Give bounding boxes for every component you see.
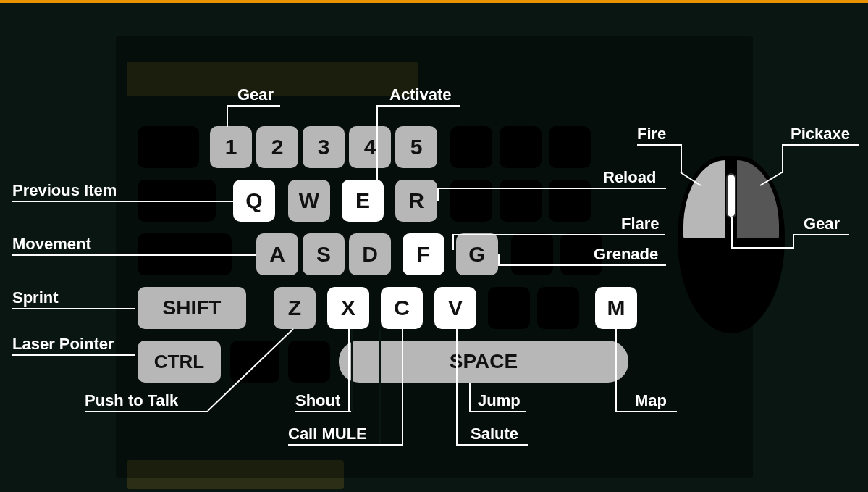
key-2: 2 — [256, 126, 298, 168]
label-push-to-talk: Push to Talk — [85, 391, 178, 410]
key-blank — [500, 180, 542, 222]
label-shout: Shout — [295, 391, 340, 410]
callout-line — [295, 411, 348, 412]
key-label: 5 — [410, 135, 423, 159]
label-laser-pointer: Laser Pointer — [12, 335, 114, 354]
callout-line — [782, 144, 783, 173]
label-reload: Reload — [603, 168, 656, 187]
key-label: 4 — [364, 135, 376, 159]
callout-line — [760, 172, 783, 187]
key-blank — [511, 233, 553, 275]
key-m: M — [595, 287, 637, 329]
key-v: V — [434, 287, 476, 329]
key-label: E — [355, 188, 370, 213]
key-blank — [450, 180, 492, 222]
callout-line — [637, 144, 681, 146]
key-1: 1 — [210, 126, 252, 168]
label-call-mule: Call MULE — [288, 425, 367, 443]
key-label: V — [448, 296, 463, 320]
key-blank — [549, 180, 591, 222]
key-label: D — [362, 242, 378, 267]
key-g: G — [456, 233, 498, 275]
callout-line — [681, 172, 702, 187]
key-s: S — [303, 233, 345, 275]
callout-line — [12, 254, 256, 256]
key-blank — [138, 126, 199, 168]
svg-line-1 — [681, 172, 701, 185]
top-accent-bar — [0, 0, 868, 3]
key-blank — [450, 126, 492, 168]
callout-line — [731, 247, 794, 249]
label-pickaxe: Pickaxe — [791, 125, 850, 143]
callout-line — [288, 444, 402, 446]
key-e: E — [342, 180, 384, 222]
label-flare: Flare — [621, 214, 660, 233]
label-salute: Salute — [471, 425, 518, 443]
cover — [379, 329, 381, 446]
key-4: 4 — [349, 126, 391, 168]
callout-line — [681, 144, 682, 173]
label-previous-item: Previous Item — [12, 181, 117, 200]
callout-line — [452, 234, 454, 250]
callout-line — [469, 383, 471, 412]
key-label: Q — [245, 188, 262, 213]
mouse-scroll-wheel — [726, 173, 736, 218]
key-label: G — [468, 242, 485, 267]
label-gear: Gear — [237, 86, 274, 104]
key-label: A — [269, 242, 285, 267]
callout-line — [615, 411, 677, 412]
key-r: R — [395, 180, 437, 222]
label-activate: Activate — [389, 86, 452, 104]
callout-line — [437, 188, 666, 189]
key-5: 5 — [395, 126, 437, 168]
callout-line — [227, 105, 228, 127]
label-sprint: Sprint — [12, 288, 59, 307]
callout-line — [348, 329, 350, 412]
key-label: 2 — [271, 135, 284, 159]
label-jump: Jump — [478, 391, 521, 410]
key-space: SPACE — [339, 341, 628, 383]
key-z: Z — [274, 287, 316, 329]
key-shift: SHIFT — [138, 287, 246, 329]
label-map: Map — [635, 391, 667, 410]
callout-line — [376, 105, 378, 180]
callout-line — [456, 444, 528, 446]
callout-line — [469, 411, 526, 412]
key-3: 3 — [303, 126, 345, 168]
key-label: SHIFT — [163, 296, 222, 320]
cover — [351, 329, 353, 412]
key-blank — [500, 126, 542, 168]
callout-line — [793, 234, 794, 247]
key-label: S — [316, 242, 331, 267]
key-blank — [549, 126, 591, 168]
callout-line — [456, 329, 458, 446]
key-blank — [537, 287, 579, 329]
key-label: CTRL — [154, 351, 204, 373]
key-label: M — [607, 296, 625, 320]
callout-line — [12, 201, 233, 202]
key-label: Z — [288, 296, 301, 320]
callout-line — [12, 308, 135, 309]
key-label: R — [408, 188, 424, 213]
label-movement: Movement — [12, 235, 91, 254]
key-label: 3 — [318, 135, 330, 159]
key-f: F — [403, 233, 444, 275]
svg-line-0 — [208, 329, 293, 411]
callout-line — [782, 144, 859, 146]
label-mouse-gear: Gear — [804, 214, 840, 233]
label-grenade: Grenade — [594, 245, 658, 264]
callout-line — [731, 217, 733, 249]
key-label: 1 — [225, 135, 237, 159]
callout-line — [85, 411, 208, 412]
callout-line — [227, 105, 280, 107]
callout-line — [208, 329, 295, 412]
key-d: D — [349, 233, 391, 275]
callout-line — [402, 329, 403, 446]
callout-line — [452, 234, 665, 235]
key-label: W — [299, 188, 319, 213]
key-c: C — [381, 287, 423, 329]
callout-line — [376, 105, 460, 107]
callout-line — [615, 329, 617, 412]
callout-line — [437, 188, 439, 201]
callout-line — [498, 254, 500, 266]
